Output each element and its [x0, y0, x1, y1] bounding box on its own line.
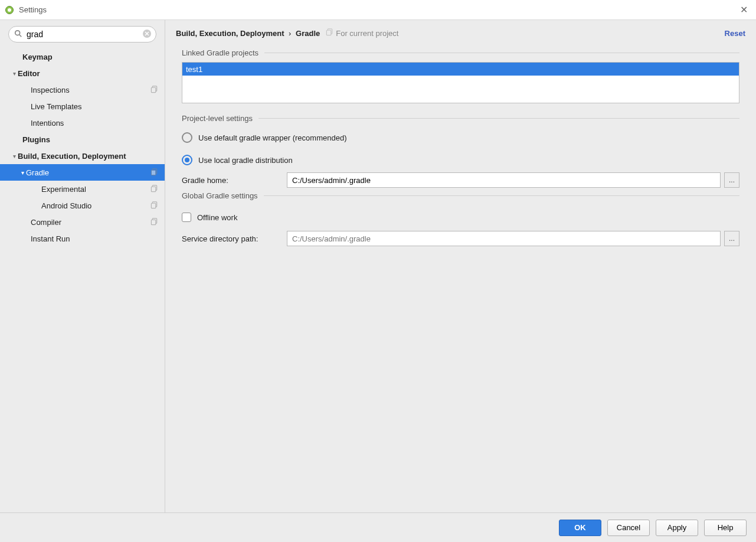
breadcrumb: Build, Execution, Deployment › Gradle	[176, 29, 320, 38]
radio-icon	[182, 132, 192, 143]
titlebar: Settings ✕	[0, 0, 756, 20]
breadcrumb-part-2: Gradle	[296, 29, 320, 38]
copy-icon	[326, 28, 333, 38]
search-input[interactable]	[8, 26, 156, 43]
tree-item-label: Inspections	[31, 86, 150, 94]
svg-line-3	[19, 35, 22, 37]
tree-item-label: Android Studio	[41, 201, 150, 210]
section-rule	[264, 53, 739, 53]
section-project-level-head: Project-level settings	[182, 114, 739, 123]
tree-item-label: Editor	[18, 69, 165, 78]
tree-item-label: Intentions	[31, 119, 165, 128]
copy-icon	[150, 218, 159, 226]
gradle-home-input[interactable]	[287, 172, 721, 188]
tree-item-label: Instant Run	[31, 234, 165, 243]
global-form: Offline work Service directory path: ...	[176, 205, 745, 252]
header-row: Build, Execution, Deployment › Gradle Fo…	[176, 28, 745, 38]
section-global-head: Global Gradle settings	[182, 191, 739, 200]
body: Keymap▾EditorInspectionsLive TemplatesIn…	[0, 20, 756, 512]
footer: OK Cancel Apply Help	[0, 512, 756, 542]
tree-item-label: Plugins	[22, 135, 165, 144]
svg-point-1	[8, 8, 11, 12]
apply-button[interactable]: Apply	[656, 520, 698, 536]
breadcrumb-part-1: Build, Execution, Deployment	[176, 29, 284, 38]
tree-item-label: Build, Execution, Deployment	[18, 152, 165, 161]
tree-item-label: Gradle	[26, 168, 150, 177]
search-icon	[14, 30, 22, 38]
project-level-form: Use default gradle wrapper (recommended)…	[176, 128, 745, 194]
scope-text: For current project	[336, 29, 398, 38]
tree-item[interactable]: Intentions	[0, 115, 165, 131]
svg-rect-6	[151, 87, 155, 92]
copy-icon	[150, 185, 159, 193]
tree-item[interactable]: ▾Build, Execution, Deployment	[0, 148, 165, 164]
radio-default-wrapper[interactable]: Use default gradle wrapper (recommended)	[182, 128, 739, 148]
tree-item-label: Compiler	[31, 218, 150, 227]
radio-label: Use local gradle distribution	[198, 156, 293, 165]
service-dir-input[interactable]	[287, 231, 721, 246]
tree-item[interactable]: Keymap	[0, 48, 165, 65]
offline-work-checkbox[interactable]: Offline work	[182, 207, 739, 227]
tree-item[interactable]: Experimental	[0, 181, 165, 197]
radio-local-distribution[interactable]: Use local gradle distribution	[182, 150, 739, 170]
tree-item[interactable]: Compiler	[0, 214, 165, 230]
tree-item[interactable]: ▾Editor	[0, 65, 165, 81]
tree-item-label: Experimental	[41, 185, 150, 194]
checkbox-icon	[182, 213, 191, 222]
tree-item-label: Keymap	[22, 53, 165, 61]
radio-label: Use default gradle wrapper (recommended)	[198, 133, 346, 142]
settings-tree: Keymap▾EditorInspectionsLive TemplatesIn…	[0, 48, 165, 247]
app-icon	[5, 5, 14, 15]
svg-rect-10	[151, 187, 155, 191]
breadcrumb-sep: ›	[289, 29, 291, 38]
clear-icon[interactable]	[142, 29, 152, 38]
section-rule	[264, 195, 739, 196]
copy-icon	[150, 168, 159, 177]
svg-rect-8	[151, 170, 155, 175]
gradle-home-row: Gradle home: ...	[182, 172, 739, 188]
tree-item[interactable]: Live Templates	[0, 98, 165, 115]
section-rule	[258, 118, 739, 119]
browse-button[interactable]: ...	[724, 231, 739, 246]
checkbox-label: Offline work	[197, 213, 237, 222]
section-linked-projects-head: Linked Gradle projects	[182, 48, 739, 57]
project-item[interactable]: test1	[182, 63, 739, 76]
section-label: Project-level settings	[182, 114, 253, 123]
chevron-down-icon: ▾	[19, 169, 26, 176]
close-icon[interactable]: ✕	[737, 4, 751, 15]
linked-projects-list[interactable]: test1	[182, 62, 739, 103]
tree-item[interactable]: Android Studio	[0, 197, 165, 214]
tree-item[interactable]: Instant Run	[0, 230, 165, 247]
svg-rect-14	[151, 220, 155, 224]
search-wrap	[8, 26, 156, 43]
window-title: Settings	[19, 5, 737, 14]
svg-rect-12	[151, 203, 155, 208]
tree-item[interactable]: Plugins	[0, 131, 165, 148]
service-dir-label: Service directory path:	[182, 234, 287, 243]
sidebar: Keymap▾EditorInspectionsLive TemplatesIn…	[0, 20, 165, 512]
chevron-down-icon: ▾	[11, 70, 18, 77]
section-label: Linked Gradle projects	[182, 48, 258, 57]
browse-button[interactable]: ...	[724, 172, 739, 188]
tree-item[interactable]: ▾Gradle	[0, 164, 165, 181]
copy-icon	[150, 201, 159, 210]
cancel-button[interactable]: Cancel	[607, 520, 650, 536]
copy-icon	[150, 86, 159, 94]
svg-rect-16	[327, 30, 331, 35]
reset-link[interactable]: Reset	[725, 29, 745, 38]
section-label: Global Gradle settings	[182, 191, 258, 200]
svg-point-2	[15, 31, 20, 35]
radio-icon	[182, 155, 192, 165]
gradle-home-label: Gradle home:	[182, 176, 287, 185]
chevron-down-icon: ▾	[11, 153, 18, 159]
service-dir-row: Service directory path: ...	[182, 231, 739, 246]
tree-item[interactable]: Inspections	[0, 81, 165, 98]
tree-item-label: Live Templates	[31, 102, 165, 111]
ok-button[interactable]: OK	[559, 520, 601, 536]
help-button[interactable]: Help	[704, 520, 747, 536]
main-panel: Build, Execution, Deployment › Gradle Fo…	[165, 20, 756, 512]
